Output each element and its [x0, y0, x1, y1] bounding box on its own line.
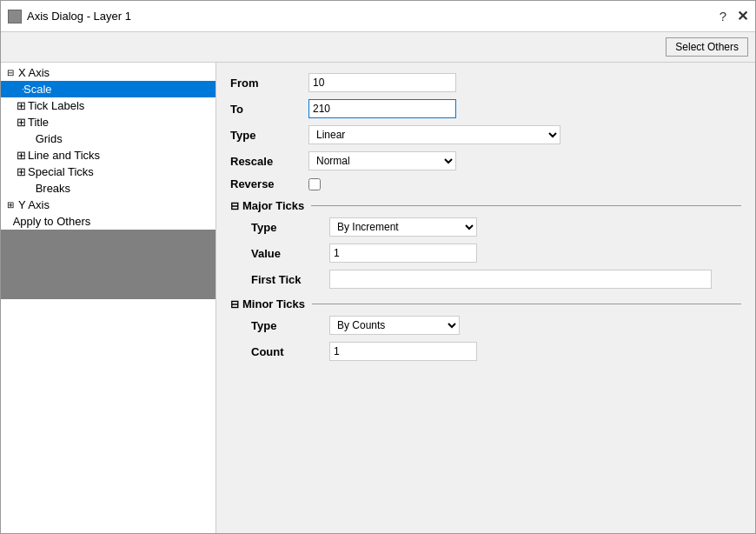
titlebar: Axis Dialog - Layer 1 ? ✕ [1, 1, 755, 32]
rescale-row: Rescale Normal Auto Fixed [230, 151, 741, 170]
window-title: Axis Dialog - Layer 1 [27, 10, 131, 23]
major-ticks-header: ⊟ Major Ticks [230, 199, 741, 212]
major-value-label: Value [251, 247, 329, 260]
major-ticks-toggle[interactable]: ⊟ [230, 200, 239, 212]
tree-item-tick-labels[interactable]: ⊞ Tick Labels [1, 97, 216, 114]
tree-label-special-ticks: Special Ticks [28, 165, 94, 178]
tree-label-grids: Grids [36, 132, 63, 145]
type-label: Type [230, 129, 308, 142]
tree-item-x-axis[interactable]: ⊟ X Axis [1, 64, 216, 81]
rescale-label: Rescale [230, 155, 308, 168]
tree-label-x-axis: X Axis [18, 66, 50, 79]
minor-ticks-header: ⊟ Minor Ticks [230, 297, 741, 310]
from-input[interactable] [308, 73, 456, 92]
tree-item-grids[interactable]: Grids [1, 130, 216, 147]
rescale-select[interactable]: Normal Auto Fixed [308, 151, 456, 170]
first-tick-input[interactable] [329, 270, 712, 289]
expand-icon-x-axis[interactable]: ⊟ [4, 68, 17, 77]
tree-panel: ⊟ X Axis ··· Scale ⊞ Tick Labels ⊞ Title [1, 63, 216, 533]
major-ticks-title: Major Ticks [242, 199, 304, 212]
reverse-row: Reverse [230, 177, 741, 190]
select-others-button[interactable]: Select Others [666, 37, 748, 57]
from-label: From [230, 77, 308, 90]
tree-bottom-fill [1, 230, 216, 299]
minor-type-row: Type By Counts By Increment Auto [230, 316, 741, 335]
type-row: Type Linear Log10 Ln Probability Probit … [230, 125, 741, 144]
expand-icon-grids [4, 132, 34, 145]
tree-label-tick-labels: Tick Labels [28, 99, 84, 112]
form-panel: From To Type Linear Log10 Ln Probability… [216, 63, 755, 533]
first-tick-label: First Tick [251, 273, 329, 286]
expand-icon-scale: ··· [4, 84, 22, 94]
expand-icon-breaks [4, 182, 34, 195]
reverse-label: Reverse [230, 177, 308, 190]
expand-icon-tick-labels[interactable]: ⊞ [4, 99, 26, 112]
tree-item-apply-others[interactable]: Apply to Others [1, 213, 216, 230]
toolbar: Select Others [1, 32, 755, 63]
window-icon [8, 10, 22, 23]
main-window: Axis Dialog - Layer 1 ? ✕ Select Others … [0, 0, 756, 534]
minor-count-input[interactable] [329, 342, 477, 361]
to-label: To [230, 103, 308, 116]
tree-item-y-axis[interactable]: ⊞ Y Axis [1, 197, 216, 213]
main-content: ⊟ X Axis ··· Scale ⊞ Tick Labels ⊞ Title [1, 63, 755, 533]
minor-count-label: Count [251, 345, 329, 358]
expand-icon-y-axis[interactable]: ⊞ [4, 200, 17, 210]
minor-ticks-toggle[interactable]: ⊟ [230, 298, 239, 310]
tree-label-line-ticks: Line and Ticks [28, 149, 100, 162]
tree-item-scale[interactable]: ··· Scale [1, 81, 216, 97]
minor-ticks-line [312, 304, 741, 304]
minor-ticks-title: Minor Ticks [242, 297, 305, 310]
tree-label-apply-others: Apply to Others [13, 215, 91, 228]
tree-label-breaks: Breaks [36, 182, 70, 195]
from-row: From [230, 73, 741, 92]
major-type-row: Type By Increment By Counts Auto [230, 217, 741, 237]
major-type-select[interactable]: By Increment By Counts Auto [329, 217, 477, 237]
type-select[interactable]: Linear Log10 Ln Probability Probit Recip… [308, 125, 560, 144]
minor-type-label: Type [251, 319, 329, 332]
titlebar-left: Axis Dialog - Layer 1 [8, 10, 131, 23]
first-tick-row: First Tick [230, 270, 741, 289]
major-ticks-line [311, 205, 741, 206]
tree-item-line-ticks[interactable]: ⊞ Line and Ticks [1, 147, 216, 164]
tree-item-breaks[interactable]: Breaks [1, 180, 216, 197]
minor-count-row: Count [230, 342, 741, 361]
tree-item-special-ticks[interactable]: ⊞ Special Ticks [1, 164, 216, 180]
tree-item-title[interactable]: ⊞ Title [1, 114, 216, 130]
close-button[interactable]: ✕ [737, 8, 748, 24]
to-row: To [230, 99, 741, 118]
major-value-input[interactable] [329, 244, 477, 263]
to-input[interactable] [308, 99, 456, 118]
expand-icon-special-ticks[interactable]: ⊞ [4, 165, 26, 178]
expand-icon-title[interactable]: ⊞ [4, 116, 26, 129]
tree-label-y-axis: Y Axis [18, 198, 50, 211]
help-button[interactable]: ? [720, 9, 726, 23]
expand-icon-apply [4, 215, 11, 228]
minor-type-select[interactable]: By Counts By Increment Auto [329, 316, 460, 335]
expand-icon-line-ticks[interactable]: ⊞ [4, 149, 26, 162]
titlebar-controls: ? ✕ [720, 8, 748, 24]
reverse-checkbox[interactable] [308, 178, 321, 190]
major-type-label: Type [251, 221, 329, 234]
tree-label-scale: Scale [23, 83, 52, 96]
tree-label-title: Title [28, 116, 49, 129]
major-value-row: Value [230, 244, 741, 263]
